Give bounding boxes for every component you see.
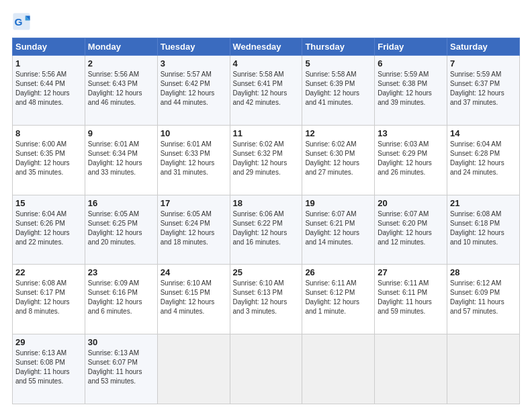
day-info: Sunrise: 6:01 AM Sunset: 6:33 PM Dayligh… [161, 140, 227, 177]
table-row: 9Sunrise: 6:01 AM Sunset: 6:34 PM Daylig… [85, 125, 157, 195]
day-number: 19 [305, 198, 371, 208]
table-row: 1Sunrise: 5:56 AM Sunset: 6:44 PM Daylig… [13, 56, 85, 126]
col-sunday: Sunday [13, 38, 85, 56]
day-number: 12 [305, 128, 371, 138]
day-number: 11 [233, 128, 300, 138]
day-info: Sunrise: 6:08 AM Sunset: 6:17 PM Dayligh… [15, 279, 82, 316]
table-row: 23Sunrise: 6:09 AM Sunset: 6:16 PM Dayli… [85, 265, 157, 334]
day-number: 5 [305, 58, 371, 68]
day-info: Sunrise: 6:13 AM Sunset: 6:07 PM Dayligh… [88, 349, 154, 386]
day-number: 6 [378, 58, 444, 68]
col-tuesday: Tuesday [157, 38, 230, 56]
logo-icon: G [12, 12, 31, 31]
day-info: Sunrise: 6:04 AM Sunset: 6:26 PM Dayligh… [15, 210, 82, 247]
day-info: Sunrise: 6:05 AM Sunset: 6:24 PM Dayligh… [161, 210, 227, 247]
day-number: 20 [378, 198, 444, 208]
table-row [375, 334, 447, 404]
table-row: 4Sunrise: 5:58 AM Sunset: 6:41 PM Daylig… [230, 56, 302, 126]
day-number: 15 [15, 198, 82, 208]
table-row: 8Sunrise: 6:00 AM Sunset: 6:35 PM Daylig… [13, 125, 85, 195]
day-number: 8 [15, 128, 82, 138]
day-number: 7 [450, 58, 517, 68]
table-row: 27Sunrise: 6:11 AM Sunset: 6:11 PM Dayli… [375, 265, 447, 334]
day-number: 23 [88, 267, 154, 277]
table-row: 17Sunrise: 6:05 AM Sunset: 6:24 PM Dayli… [157, 195, 230, 265]
day-info: Sunrise: 6:13 AM Sunset: 6:08 PM Dayligh… [15, 349, 82, 386]
day-number: 22 [15, 267, 82, 277]
col-thursday: Thursday [302, 38, 375, 56]
logo: G [12, 12, 34, 31]
calendar-header-row: Sunday Monday Tuesday Wednesday Thursday… [13, 38, 520, 56]
day-number: 27 [378, 267, 444, 277]
table-row: 6Sunrise: 5:59 AM Sunset: 6:38 PM Daylig… [375, 56, 447, 126]
day-number: 18 [233, 198, 300, 208]
day-info: Sunrise: 6:04 AM Sunset: 6:28 PM Dayligh… [450, 140, 517, 177]
day-info: Sunrise: 5:57 AM Sunset: 6:42 PM Dayligh… [161, 70, 227, 107]
day-info: Sunrise: 6:10 AM Sunset: 6:15 PM Dayligh… [161, 279, 227, 316]
calendar-row: 29Sunrise: 6:13 AM Sunset: 6:08 PM Dayli… [13, 334, 520, 404]
day-info: Sunrise: 6:08 AM Sunset: 6:18 PM Dayligh… [450, 210, 517, 247]
day-info: Sunrise: 5:56 AM Sunset: 6:44 PM Dayligh… [15, 70, 82, 107]
page-header: G [12, 12, 520, 31]
table-row: 3Sunrise: 5:57 AM Sunset: 6:42 PM Daylig… [157, 56, 230, 126]
col-friday: Friday [375, 38, 447, 56]
day-number: 1 [15, 58, 82, 68]
calendar-row: 22Sunrise: 6:08 AM Sunset: 6:17 PM Dayli… [13, 265, 520, 334]
day-number: 25 [233, 267, 300, 277]
table-row: 21Sunrise: 6:08 AM Sunset: 6:18 PM Dayli… [447, 195, 520, 265]
day-info: Sunrise: 6:05 AM Sunset: 6:25 PM Dayligh… [88, 210, 154, 247]
day-number: 29 [15, 337, 82, 347]
day-info: Sunrise: 6:12 AM Sunset: 6:09 PM Dayligh… [450, 279, 517, 316]
day-info: Sunrise: 6:02 AM Sunset: 6:32 PM Dayligh… [233, 140, 300, 177]
table-row: 30Sunrise: 6:13 AM Sunset: 6:07 PM Dayli… [85, 334, 157, 404]
day-number: 26 [305, 267, 371, 277]
table-row: 12Sunrise: 6:02 AM Sunset: 6:30 PM Dayli… [302, 125, 375, 195]
day-number: 30 [88, 337, 154, 347]
table-row: 22Sunrise: 6:08 AM Sunset: 6:17 PM Dayli… [13, 265, 85, 334]
table-row: 29Sunrise: 6:13 AM Sunset: 6:08 PM Dayli… [13, 334, 85, 404]
table-row [230, 334, 302, 404]
table-row: 16Sunrise: 6:05 AM Sunset: 6:25 PM Dayli… [85, 195, 157, 265]
day-number: 4 [233, 58, 300, 68]
day-number: 13 [378, 128, 444, 138]
day-number: 21 [450, 198, 517, 208]
day-number: 2 [88, 58, 154, 68]
calendar-table: Sunday Monday Tuesday Wednesday Thursday… [12, 38, 520, 404]
calendar-row: 1Sunrise: 5:56 AM Sunset: 6:44 PM Daylig… [13, 56, 520, 126]
day-number: 14 [450, 128, 517, 138]
day-number: 17 [161, 198, 227, 208]
table-row: 5Sunrise: 5:58 AM Sunset: 6:39 PM Daylig… [302, 56, 375, 126]
table-row: 19Sunrise: 6:07 AM Sunset: 6:21 PM Dayli… [302, 195, 375, 265]
day-number: 10 [161, 128, 227, 138]
day-info: Sunrise: 6:02 AM Sunset: 6:30 PM Dayligh… [305, 140, 371, 177]
calendar-row: 8Sunrise: 6:00 AM Sunset: 6:35 PM Daylig… [13, 125, 520, 195]
table-row: 10Sunrise: 6:01 AM Sunset: 6:33 PM Dayli… [157, 125, 230, 195]
table-row: 24Sunrise: 6:10 AM Sunset: 6:15 PM Dayli… [157, 265, 230, 334]
day-info: Sunrise: 6:10 AM Sunset: 6:13 PM Dayligh… [233, 279, 300, 316]
table-row: 14Sunrise: 6:04 AM Sunset: 6:28 PM Dayli… [447, 125, 520, 195]
table-row [447, 334, 520, 404]
day-info: Sunrise: 6:07 AM Sunset: 6:21 PM Dayligh… [305, 210, 371, 247]
table-row: 11Sunrise: 6:02 AM Sunset: 6:32 PM Dayli… [230, 125, 302, 195]
day-number: 16 [88, 198, 154, 208]
day-info: Sunrise: 5:58 AM Sunset: 6:41 PM Dayligh… [233, 70, 300, 107]
day-info: Sunrise: 5:59 AM Sunset: 6:37 PM Dayligh… [450, 70, 517, 107]
day-number: 9 [88, 128, 154, 138]
day-info: Sunrise: 6:07 AM Sunset: 6:20 PM Dayligh… [378, 210, 444, 247]
day-number: 3 [161, 58, 227, 68]
day-info: Sunrise: 5:59 AM Sunset: 6:38 PM Dayligh… [378, 70, 444, 107]
table-row: 13Sunrise: 6:03 AM Sunset: 6:29 PM Dayli… [375, 125, 447, 195]
table-row: 7Sunrise: 5:59 AM Sunset: 6:37 PM Daylig… [447, 56, 520, 126]
day-number: 24 [161, 267, 227, 277]
day-info: Sunrise: 6:00 AM Sunset: 6:35 PM Dayligh… [15, 140, 82, 177]
table-row [157, 334, 230, 404]
calendar-row: 15Sunrise: 6:04 AM Sunset: 6:26 PM Dayli… [13, 195, 520, 265]
table-row: 15Sunrise: 6:04 AM Sunset: 6:26 PM Dayli… [13, 195, 85, 265]
day-info: Sunrise: 5:56 AM Sunset: 6:43 PM Dayligh… [88, 70, 154, 107]
day-info: Sunrise: 6:09 AM Sunset: 6:16 PM Dayligh… [88, 279, 154, 316]
table-row: 20Sunrise: 6:07 AM Sunset: 6:20 PM Dayli… [375, 195, 447, 265]
table-row: 28Sunrise: 6:12 AM Sunset: 6:09 PM Dayli… [447, 265, 520, 334]
col-saturday: Saturday [447, 38, 520, 56]
table-row: 26Sunrise: 6:11 AM Sunset: 6:12 PM Dayli… [302, 265, 375, 334]
day-info: Sunrise: 6:11 AM Sunset: 6:12 PM Dayligh… [305, 279, 371, 316]
